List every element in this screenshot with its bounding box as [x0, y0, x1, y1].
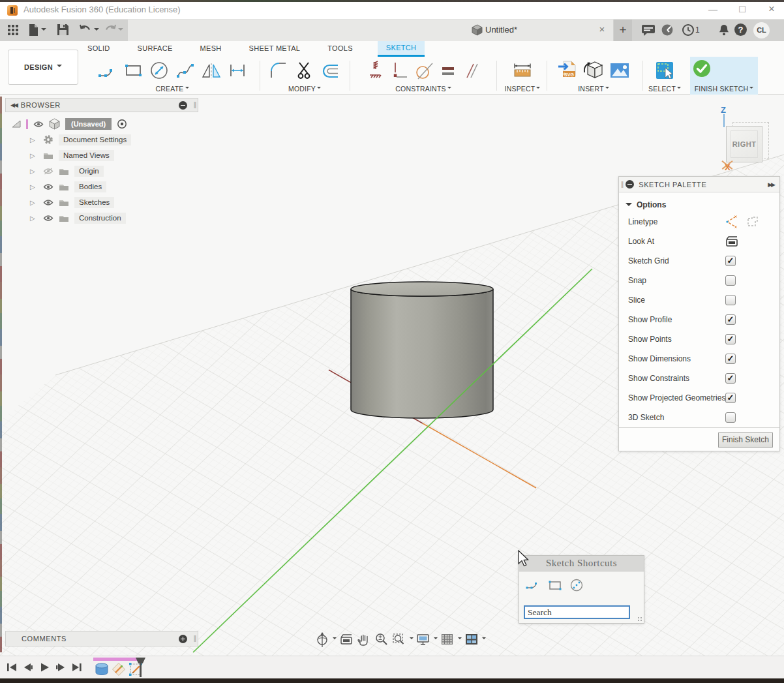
browser-minimize-icon[interactable]	[179, 101, 187, 110]
expand-arrow-icon[interactable]: ▷	[30, 183, 38, 190]
shortcut-line-icon[interactable]	[524, 578, 541, 592]
equal-constraint-icon[interactable]	[438, 59, 458, 82]
save-icon[interactable]	[57, 23, 69, 36]
show-dimensions-checkbox[interactable]: ✓	[725, 354, 736, 364]
orbit-icon[interactable]	[314, 631, 330, 647]
orbit-caret-icon[interactable]	[333, 637, 337, 641]
sketch-palette-header[interactable]: || SKETCH PALETTE ▶▶	[619, 177, 779, 192]
browser-row-sketches[interactable]: ▷ Sketches	[5, 194, 198, 210]
show-constraints-checkbox[interactable]: ✓	[725, 373, 736, 384]
fit-icon[interactable]	[391, 632, 407, 646]
snap-checkbox[interactable]	[725, 275, 736, 286]
browser-item-label[interactable]: Bodies	[74, 181, 106, 192]
tab-close-icon[interactable]: ×	[596, 23, 608, 35]
redo-caret-icon[interactable]	[118, 28, 123, 33]
parallel-constraint-icon[interactable]	[460, 59, 481, 82]
inspect-group-label[interactable]: INSPECT	[498, 85, 547, 93]
browser-root-row[interactable]: (Unsaved)	[5, 116, 198, 132]
circle-tool-icon[interactable]	[147, 59, 171, 82]
visibility-eye-icon[interactable]	[33, 121, 44, 128]
dimension-tool-icon[interactable]	[226, 59, 249, 82]
insert-svg-icon[interactable]: SVG	[556, 59, 579, 82]
browser-row-document-settings[interactable]: ▷ Document Settings	[5, 132, 198, 147]
shortcut-rectangle-icon[interactable]	[547, 578, 564, 592]
step-back-icon[interactable]	[22, 662, 35, 673]
spline-tool-icon[interactable]	[173, 59, 197, 82]
display-settings-icon[interactable]	[415, 632, 431, 646]
root-document-label[interactable]: (Unsaved)	[65, 118, 112, 130]
browser-item-label[interactable]: Sketches	[74, 197, 114, 208]
display-settings-caret-icon[interactable]	[434, 637, 438, 641]
expand-arrow-icon[interactable]: ▷	[30, 199, 38, 206]
mirror-tool-icon[interactable]	[200, 59, 223, 82]
tab-mesh[interactable]: MESH	[198, 41, 224, 57]
fillet-tool-icon[interactable]	[267, 59, 290, 82]
document-tab[interactable]: Untitled* ×	[128, 20, 613, 41]
expand-arrow-icon[interactable]: ▷	[30, 152, 38, 159]
line-tool-icon[interactable]	[95, 59, 119, 82]
resize-grip[interactable]	[637, 616, 642, 622]
comments-grip[interactable]: ||	[194, 635, 196, 642]
show-points-checkbox[interactable]: ✓	[725, 334, 736, 344]
sketch-shortcuts-title[interactable]: Sketch Shortcuts	[519, 556, 644, 571]
minimize-button[interactable]: —	[702, 0, 724, 18]
cylinder-feature-icon[interactable]	[94, 661, 110, 677]
shortcut-circle-icon[interactable]	[569, 578, 584, 592]
canvas-icon[interactable]	[608, 59, 631, 82]
browser-item-label[interactable]: Construction	[74, 213, 126, 224]
expand-triangle-icon[interactable]	[12, 120, 21, 128]
go-to-end-icon[interactable]	[70, 662, 83, 673]
offset-tool-icon[interactable]	[319, 59, 342, 82]
viewports-icon[interactable]	[464, 632, 479, 646]
view-cube[interactable]: RIGHT Z X	[708, 106, 781, 178]
new-tab-button[interactable]: +	[614, 20, 632, 41]
modify-group-label[interactable]: MODIFY	[261, 85, 348, 93]
tab-sketch[interactable]: SKETCH	[378, 41, 425, 57]
pan-icon[interactable]	[356, 632, 372, 646]
browser-item-label[interactable]: Document Settings	[59, 134, 131, 145]
show-profile-checkbox[interactable]: ✓	[725, 314, 736, 325]
add-comment-icon[interactable]	[179, 635, 187, 643]
rectangle-tool-icon[interactable]	[121, 59, 145, 82]
help-icon[interactable]: ?	[734, 23, 747, 36]
visibility-eye-off-icon[interactable]	[43, 168, 53, 175]
palette-grip[interactable]: ||	[621, 181, 623, 188]
look-at-icon[interactable]	[725, 234, 739, 249]
comment-icon[interactable]	[641, 23, 656, 37]
horizontal-vertical-constraint-icon[interactable]	[365, 59, 386, 82]
cylinder-body[interactable]	[351, 282, 493, 418]
comments-header[interactable]: COMMENTS ||	[5, 631, 198, 646]
insert-group-label[interactable]: INSERT	[549, 85, 638, 93]
sketch-feature-icon[interactable]	[111, 661, 127, 677]
file-menu-icon[interactable]	[27, 23, 39, 37]
expand-arrow-icon[interactable]: ▷	[30, 168, 38, 175]
measure-tool-icon[interactable]	[511, 59, 534, 82]
finish-sketch-palette-button[interactable]: Finish Sketch	[718, 433, 773, 448]
trim-tool-icon[interactable]	[293, 59, 316, 82]
sketch-grid-checkbox[interactable]: ✓	[725, 256, 736, 266]
constraints-group-label[interactable]: CONSTRAINTS	[351, 85, 496, 93]
look-at-nav-icon[interactable]	[339, 632, 354, 646]
select-tool-icon[interactable]	[653, 59, 676, 82]
viewcube-face[interactable]: RIGHT	[726, 126, 762, 162]
timeline-marker-line[interactable]	[140, 662, 142, 677]
browser-header[interactable]: ◀◀ BROWSER ||	[5, 98, 198, 112]
expand-arrow-icon[interactable]: ▷	[30, 136, 38, 144]
tab-solid[interactable]: SOLID	[85, 41, 113, 57]
select-group-label[interactable]: SELECT	[644, 85, 685, 93]
grid-display-icon[interactable]	[440, 632, 455, 646]
browser-row-origin[interactable]: ▷ Origin	[5, 163, 198, 179]
expand-arrow-icon[interactable]: ▷	[30, 215, 38, 222]
maximize-button[interactable]: □	[731, 0, 753, 18]
slice-checkbox[interactable]	[725, 295, 736, 305]
activate-radio-icon[interactable]	[117, 119, 127, 129]
tab-sheet-metal[interactable]: SHEET METAL	[247, 41, 303, 57]
coincident-constraint-icon[interactable]	[389, 59, 410, 82]
file-menu-caret-icon[interactable]	[41, 28, 46, 33]
browser-item-label[interactable]: Origin	[74, 166, 104, 177]
fit-caret-icon[interactable]	[410, 637, 414, 641]
redo-icon[interactable]	[104, 24, 117, 35]
zoom-icon[interactable]	[374, 632, 389, 646]
visibility-eye-icon[interactable]	[43, 199, 53, 206]
browser-row-named-views[interactable]: ▷ Named Views	[5, 147, 198, 163]
